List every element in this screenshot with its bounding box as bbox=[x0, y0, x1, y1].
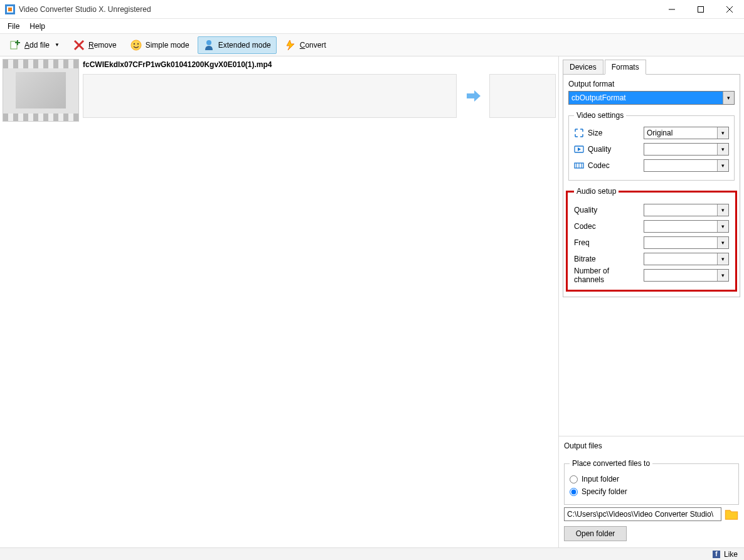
menu-file[interactable]: File bbox=[4, 21, 23, 32]
audio-freq-select[interactable]: ▾ bbox=[644, 236, 729, 249]
size-label: Size bbox=[588, 129, 640, 137]
window-title: Video Converter Studio X. Unregistered bbox=[19, 5, 657, 14]
tab-formats[interactable]: Formats bbox=[605, 60, 646, 75]
tab-devices[interactable]: Devices bbox=[563, 60, 603, 74]
chevron-down-icon: ▾ bbox=[717, 127, 728, 139]
audio-codec-select[interactable]: ▾ bbox=[644, 220, 729, 233]
remove-label: emove bbox=[94, 41, 117, 50]
svg-point-13 bbox=[131, 40, 141, 50]
chevron-down-icon: ▾ bbox=[717, 160, 728, 171]
output-format-label: Output format bbox=[568, 80, 735, 88]
audio-channels-label: Number of channels bbox=[574, 267, 640, 284]
file-name: fcCWIEkdlx07CFrP1wGk01041200KgvX0E010(1)… bbox=[83, 59, 556, 70]
right-panel: Devices Formats Output format cbOutputFo… bbox=[558, 56, 744, 547]
convert-button[interactable]: Convert bbox=[279, 36, 332, 54]
chevron-down-icon: ▾ bbox=[717, 144, 728, 155]
app-icon bbox=[5, 4, 15, 14]
audio-bitrate-select[interactable]: ▾ bbox=[644, 253, 729, 265]
simple-mode-button[interactable]: Simple mode bbox=[125, 36, 195, 54]
chevron-down-icon: ▾ bbox=[717, 221, 728, 232]
formats-panel: Output format cbOutputFormat ▾ Video set… bbox=[563, 74, 740, 297]
chevron-down-icon: ▾ bbox=[717, 253, 728, 265]
chevron-down-icon: ▾ bbox=[717, 204, 728, 216]
video-settings-legend: Video settings bbox=[574, 111, 626, 120]
input-folder-radio[interactable]: Input folder bbox=[570, 473, 733, 485]
audio-quality-select[interactable]: ▾ bbox=[644, 204, 729, 216]
svg-rect-2 bbox=[8, 8, 12, 11]
svg-point-16 bbox=[206, 40, 211, 45]
extended-mode-icon bbox=[203, 40, 215, 51]
toolbar: Add file ▼ Remove Simple mode Extended m… bbox=[0, 34, 744, 56]
add-file-icon bbox=[9, 40, 21, 51]
video-settings-group: Video settings Size Original▾ Quality ▾ … bbox=[568, 111, 735, 181]
simple-mode-icon bbox=[130, 40, 142, 51]
audio-setup-group: Audio setup Quality ▾ Codec ▾ Freq ▾ Bit… bbox=[566, 187, 737, 292]
remove-icon bbox=[73, 40, 85, 51]
output-format-combo[interactable]: cbOutputFormat ▾ bbox=[568, 91, 735, 105]
svg-point-14 bbox=[133, 43, 134, 44]
dropdown-icon: ▼ bbox=[55, 42, 60, 48]
audio-freq-label: Freq bbox=[574, 238, 640, 247]
audio-codec-label: Codec bbox=[574, 222, 640, 231]
video-codec-label: Codec bbox=[588, 161, 640, 170]
close-button[interactable] bbox=[715, 0, 744, 19]
chevron-down-icon: ▾ bbox=[717, 270, 728, 281]
browse-folder-button[interactable] bbox=[724, 507, 739, 521]
svg-point-15 bbox=[137, 43, 138, 44]
output-format-value: cbOutputFormat bbox=[571, 93, 626, 102]
extended-mode-label: Extended mode bbox=[218, 41, 271, 50]
audio-bitrate-label: Bitrate bbox=[574, 255, 640, 263]
source-placeholder bbox=[83, 74, 457, 118]
chevron-down-icon: ▾ bbox=[723, 92, 734, 104]
output-files-panel: Output files Place converted files to In… bbox=[559, 436, 744, 547]
video-codec-select[interactable]: ▾ bbox=[644, 159, 729, 172]
menubar: File Help bbox=[0, 19, 744, 34]
file-list: fcCWIEkdlx07CFrP1wGk01041200KgvX0E010(1)… bbox=[0, 56, 558, 547]
quality-icon bbox=[574, 144, 584, 154]
svg-rect-4 bbox=[698, 6, 704, 12]
add-file-label: dd file bbox=[29, 41, 50, 50]
convert-label: onvert bbox=[305, 41, 326, 50]
audio-quality-label: Quality bbox=[574, 206, 640, 214]
codec-icon bbox=[574, 161, 584, 171]
output-files-header: Output files bbox=[564, 439, 739, 453]
minimize-button[interactable] bbox=[657, 0, 686, 19]
output-place-legend: Place converted files to bbox=[570, 459, 652, 468]
convert-icon bbox=[285, 40, 296, 51]
simple-mode-label: Simple mode bbox=[146, 41, 189, 50]
svg-marker-17 bbox=[287, 40, 294, 50]
svg-marker-18 bbox=[467, 90, 481, 102]
svg-marker-20 bbox=[578, 147, 581, 151]
arrow-icon bbox=[464, 87, 482, 105]
specify-folder-radio[interactable]: Specify folder bbox=[570, 485, 733, 498]
audio-setup-legend: Audio setup bbox=[574, 187, 619, 196]
menu-help[interactable]: Help bbox=[26, 21, 49, 32]
file-thumbnail bbox=[3, 59, 79, 122]
titlebar: Video Converter Studio X. Unregistered bbox=[0, 0, 744, 19]
remove-button[interactable]: Remove bbox=[68, 36, 122, 54]
add-file-button[interactable]: Add file ▼ bbox=[4, 36, 65, 54]
video-quality-select[interactable]: ▾ bbox=[644, 143, 729, 156]
extended-mode-button[interactable]: Extended mode bbox=[198, 36, 277, 54]
video-quality-label: Quality bbox=[588, 145, 640, 154]
chevron-down-icon: ▾ bbox=[717, 237, 728, 248]
open-folder-button[interactable]: Open folder bbox=[564, 526, 627, 541]
output-place-group: Place converted files to Input folder Sp… bbox=[564, 459, 739, 505]
size-select[interactable]: Original▾ bbox=[644, 127, 729, 139]
size-icon bbox=[574, 128, 584, 138]
maximize-button[interactable] bbox=[686, 0, 715, 19]
target-placeholder bbox=[489, 74, 556, 118]
like-label[interactable]: Like bbox=[724, 550, 738, 559]
statusbar: f Like bbox=[0, 547, 744, 560]
facebook-icon[interactable]: f bbox=[713, 551, 720, 558]
output-path-input[interactable] bbox=[564, 507, 721, 521]
file-row[interactable]: fcCWIEkdlx07CFrP1wGk01041200KgvX0E010(1)… bbox=[3, 59, 556, 122]
audio-channels-select[interactable]: ▾ bbox=[644, 269, 729, 282]
